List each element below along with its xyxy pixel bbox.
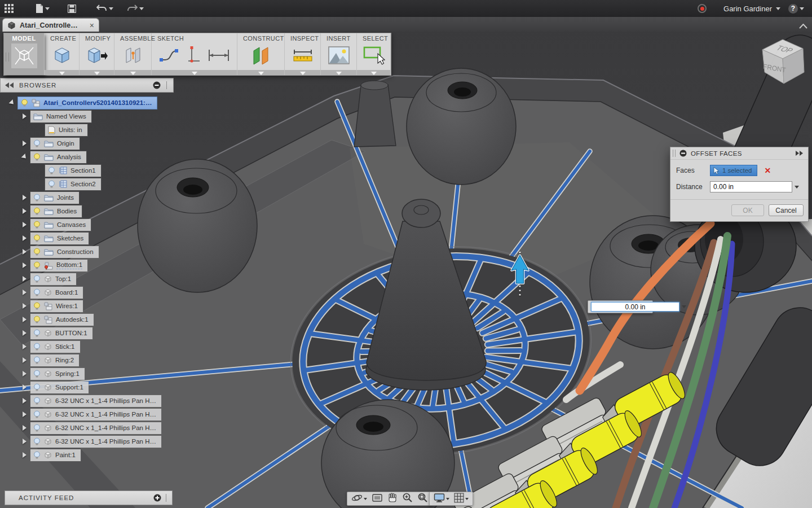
clear-selection-icon[interactable]: ✕ bbox=[764, 166, 771, 175]
toolbar-group-dropdown[interactable] bbox=[321, 70, 356, 75]
floating-distance-input[interactable] bbox=[591, 302, 679, 312]
record-icon[interactable] bbox=[698, 4, 707, 13]
toolbar-group-inspect[interactable]: INSPECT bbox=[285, 33, 321, 75]
grid-button[interactable] bbox=[452, 492, 470, 506]
browser-item[interactable]: Wires:1 bbox=[0, 299, 174, 313]
toolbar-group-dropdown[interactable] bbox=[285, 70, 320, 75]
visibility-bulb-icon[interactable] bbox=[33, 410, 41, 419]
visibility-bulb-icon[interactable] bbox=[33, 221, 41, 229]
toolbar-collapse-chevron-icon[interactable] bbox=[799, 21, 807, 31]
browser-item[interactable]: Bodies bbox=[0, 204, 174, 218]
floating-distance-dropdown-icon[interactable] bbox=[682, 305, 686, 308]
toolbar-group-dropdown[interactable] bbox=[152, 70, 237, 75]
browser-item-chip[interactable]: Section2 bbox=[45, 178, 101, 190]
browser-item-chip[interactable]: 6-32 UNC x 1_1-4 Phillips Pan H… bbox=[30, 422, 161, 434]
browser-item[interactable]: Bottom:1 bbox=[0, 259, 174, 272]
file-menu-button[interactable] bbox=[36, 4, 50, 13]
browser-item-chip[interactable]: Bottom:1 bbox=[30, 260, 87, 271]
browser-item[interactable]: Section1 bbox=[0, 164, 174, 177]
expand-arrow-icon[interactable] bbox=[21, 208, 28, 214]
expand-arrow-icon[interactable] bbox=[21, 357, 28, 364]
help-menu[interactable]: ? bbox=[788, 4, 804, 14]
redo-button[interactable] bbox=[127, 5, 144, 12]
visibility-bulb-icon[interactable] bbox=[33, 153, 41, 161]
toolbar-group-create[interactable]: CREATE bbox=[45, 33, 80, 75]
browser-item[interactable]: 6-32 UNC x 1_1-4 Phillips Pan H… bbox=[0, 408, 174, 421]
browser-item-chip[interactable]: Autodesk:1 bbox=[30, 314, 94, 326]
visibility-bulb-icon[interactable] bbox=[33, 343, 41, 351]
expand-arrow-icon[interactable] bbox=[21, 113, 28, 120]
inspect-measure-icon[interactable] bbox=[292, 47, 314, 65]
browser-item-chip[interactable]: Paint:1 bbox=[30, 449, 81, 461]
browser-item-chip[interactable]: 6-32 UNC x 1_1-4 Phillips Pan H… bbox=[30, 395, 161, 407]
remove-display-icon[interactable] bbox=[153, 81, 161, 89]
toolbar-group-dropdown[interactable] bbox=[114, 70, 151, 75]
distance-input[interactable] bbox=[710, 181, 792, 192]
browser-item-chip[interactable]: Sketches bbox=[30, 233, 89, 244]
browser-item[interactable]: Canvases bbox=[0, 218, 174, 231]
browser-item[interactable]: Named Views bbox=[0, 110, 174, 123]
browser-item[interactable]: Autodesk:1 bbox=[0, 313, 174, 326]
browser-item[interactable]: Spring:1 bbox=[0, 367, 174, 380]
create-cube-icon[interactable] bbox=[52, 46, 72, 67]
sketch-spline-icon[interactable] bbox=[158, 46, 180, 67]
browser-item-chip[interactable]: 6-32 UNC x 1_1-4 Phillips Pan H… bbox=[30, 436, 161, 448]
expand-arrow-icon[interactable] bbox=[21, 330, 28, 336]
expand-arrow-icon[interactable] bbox=[21, 141, 28, 147]
browser-item-chip[interactable]: Origin bbox=[30, 138, 80, 150]
rubber-dome-top[interactable] bbox=[407, 68, 516, 185]
toolbar-group-model[interactable]: MODEL bbox=[4, 33, 45, 75]
visibility-bulb-icon[interactable] bbox=[33, 207, 41, 216]
browser-item-chip[interactable]: 6-32 UNC x 1_1-4 Phillips Pan H… bbox=[30, 409, 161, 421]
browser-item-chip[interactable]: Units: in bbox=[45, 124, 87, 136]
visibility-bulb-icon[interactable] bbox=[33, 437, 41, 446]
browser-item-chip[interactable]: Analysis bbox=[30, 151, 86, 163]
model-workspace-icon[interactable] bbox=[11, 43, 37, 68]
visibility-bulb-icon[interactable] bbox=[48, 180, 55, 189]
display-button[interactable] bbox=[432, 492, 451, 506]
visibility-bulb-icon[interactable] bbox=[33, 370, 41, 378]
toolbar-grip[interactable] bbox=[6, 52, 9, 62]
expand-arrow-icon[interactable] bbox=[21, 249, 28, 255]
panel-grip[interactable] bbox=[166, 81, 169, 89]
browser-item[interactable]: BUTTON:1 bbox=[0, 326, 174, 340]
toolbar-group-construct[interactable]: CONSTRUCT bbox=[237, 33, 285, 75]
browser-item[interactable]: 6-32 UNC x 1_1-4 Phillips Pan H… bbox=[0, 421, 174, 435]
expand-arrow-icon[interactable] bbox=[21, 411, 28, 418]
visibility-bulb-icon[interactable] bbox=[33, 424, 41, 432]
app-grid-icon[interactable] bbox=[5, 4, 14, 14]
expand-arrow-icon[interactable] bbox=[21, 154, 28, 160]
expand-arrow-icon[interactable] bbox=[21, 276, 28, 282]
expand-arrow-icon[interactable] bbox=[21, 371, 28, 377]
expand-arrow-icon[interactable] bbox=[21, 425, 28, 431]
toolbar-group-dropdown[interactable] bbox=[357, 70, 390, 75]
distance-dropdown-icon[interactable] bbox=[795, 186, 799, 189]
visibility-bulb-icon[interactable] bbox=[33, 194, 41, 202]
toolbar-group-dropdown[interactable] bbox=[45, 70, 79, 75]
toolbar-group-dropdown[interactable] bbox=[237, 70, 284, 75]
browser-item-chip[interactable]: Construction bbox=[30, 246, 99, 258]
expand-arrow-icon[interactable] bbox=[21, 235, 28, 242]
browser-item[interactable]: Ring:2 bbox=[0, 353, 174, 367]
browser-item-chip[interactable]: Named Views bbox=[30, 111, 91, 122]
expand-arrow-icon[interactable] bbox=[21, 195, 28, 201]
browser-item[interactable]: Joints bbox=[0, 191, 174, 204]
expand-arrow-icon[interactable] bbox=[21, 398, 28, 404]
expand-arrow-icon[interactable] bbox=[21, 344, 28, 350]
window-zoom-button[interactable] bbox=[416, 492, 430, 506]
dialog-minimize-icon[interactable] bbox=[679, 150, 687, 157]
user-menu[interactable]: Garin Gardiner bbox=[723, 5, 780, 13]
browser-item[interactable]: Origin bbox=[0, 137, 174, 150]
browser-item[interactable]: Analysis bbox=[0, 150, 174, 164]
browser-item[interactable]: Sketches bbox=[0, 231, 174, 245]
browser-item-chip[interactable]: Wires:1 bbox=[30, 300, 83, 312]
dialog-grip[interactable] bbox=[673, 150, 676, 157]
browser-item[interactable]: Construction bbox=[0, 245, 174, 259]
browser-item-chip[interactable]: Joints bbox=[30, 192, 79, 204]
browser-item[interactable]: 6-32 UNC x 1_1-4 Phillips Pan H… bbox=[0, 394, 174, 408]
browser-item-chip[interactable]: Board:1 bbox=[30, 287, 83, 299]
viewcube[interactable]: TOP FRONT bbox=[753, 33, 810, 91]
cancel-button[interactable]: Cancel bbox=[769, 204, 804, 216]
collapse-panel-icon[interactable] bbox=[5, 82, 14, 88]
toolbar-group-assemble[interactable]: ASSEMBLE bbox=[114, 33, 152, 75]
